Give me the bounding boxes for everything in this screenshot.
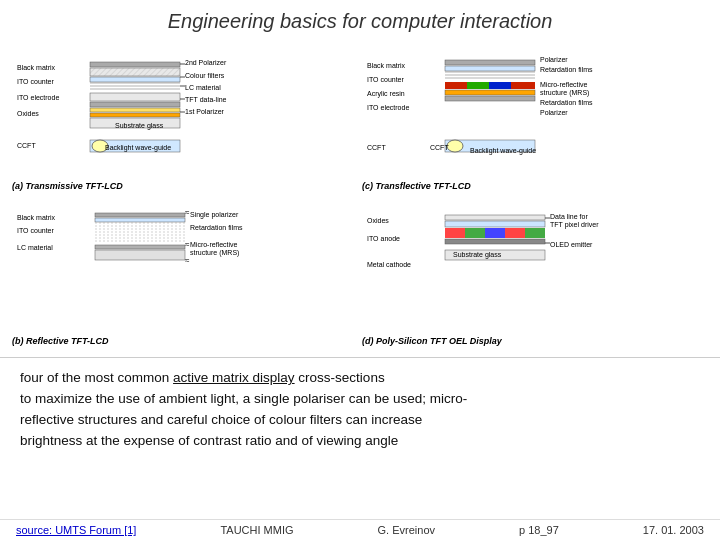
- body-line1-end: cross-sections: [295, 370, 385, 385]
- svg-text:Metal cathode: Metal cathode: [367, 261, 411, 268]
- svg-rect-38: [445, 66, 535, 71]
- svg-text:Single polarizer: Single polarizer: [190, 211, 239, 219]
- page-title: Engineering basics for computer interact…: [0, 0, 720, 38]
- svg-rect-44: [489, 82, 511, 89]
- body-line2: to maximize the use of ambient light, a …: [20, 391, 467, 406]
- svg-rect-14: [90, 108, 180, 112]
- svg-rect-47: [445, 96, 535, 101]
- diagram-c-label: (c) Transflective TFT-LCD: [362, 181, 471, 191]
- body-line1-highlight: active matrix display: [173, 370, 295, 385]
- svg-text:Acrylic resin: Acrylic resin: [367, 90, 405, 98]
- diagram-a-label: (a) Transmissive TFT-LCD: [12, 181, 123, 191]
- svg-rect-13: [90, 102, 180, 107]
- svg-text:Micro-reflective: Micro-reflective: [190, 241, 238, 248]
- svg-text:structure (MRS): structure (MRS): [540, 89, 589, 97]
- body-line4: brightness at the expense of contrast ra…: [20, 433, 398, 448]
- svg-rect-70: [95, 245, 185, 249]
- svg-text:Substrate glass: Substrate glass: [115, 122, 164, 130]
- svg-rect-8: [90, 77, 180, 82]
- footer-source[interactable]: source: UMTS Forum [1]: [16, 524, 136, 536]
- svg-rect-62: [95, 218, 185, 222]
- svg-rect-15: [90, 113, 180, 117]
- svg-rect-61: [95, 213, 185, 217]
- svg-text:structure (MRS): structure (MRS): [190, 249, 239, 257]
- svg-point-49: [447, 140, 463, 152]
- diagram-d-label: (d) Poly-Silicon TFT OEL Display: [362, 336, 502, 346]
- svg-rect-71: [95, 250, 185, 260]
- svg-text:CCFT: CCFT: [367, 144, 386, 151]
- svg-text:TFT pixel driver: TFT pixel driver: [550, 221, 599, 229]
- svg-text:Retardation films: Retardation films: [540, 99, 593, 106]
- svg-text:CCFT: CCFT: [17, 142, 36, 149]
- svg-rect-84: [445, 228, 465, 238]
- svg-text:≈: ≈: [185, 208, 190, 217]
- svg-text:TFT data-line: TFT data-line: [185, 96, 227, 103]
- diagrams-area: Black matrix ITO counter ITO electrode O…: [0, 38, 720, 358]
- svg-rect-88: [525, 228, 545, 238]
- svg-rect-37: [445, 60, 535, 65]
- svg-text:LC material: LC material: [185, 84, 221, 91]
- svg-text:Retardation films: Retardation films: [190, 224, 243, 231]
- diagram-d: Oxides ITO anode Metal cathode: [362, 195, 708, 346]
- svg-text:ITO anode: ITO anode: [367, 235, 400, 242]
- diagrams-container: Black matrix ITO counter ITO electrode O…: [10, 38, 710, 348]
- svg-rect-5: [90, 62, 180, 67]
- svg-rect-7: [90, 68, 180, 76]
- svg-text:Backlight wave-guide: Backlight wave-guide: [470, 147, 536, 155]
- svg-rect-85: [465, 228, 485, 238]
- footer-date: 17. 01. 2003: [643, 524, 704, 536]
- diagram-c: Black matrix ITO counter Acrylic resin I…: [362, 40, 708, 191]
- diagram-b: Black matrix ITO counter LC material: [12, 195, 358, 346]
- svg-rect-45: [511, 82, 535, 89]
- diagram-a: Black matrix ITO counter ITO electrode O…: [12, 40, 358, 191]
- svg-text:OLED emitter: OLED emitter: [550, 241, 593, 248]
- svg-text:ITO counter: ITO counter: [17, 227, 55, 234]
- svg-text:Polarizer: Polarizer: [540, 56, 568, 63]
- svg-text:Polarizer: Polarizer: [540, 109, 568, 116]
- svg-rect-86: [485, 228, 505, 238]
- svg-text:Black matrix: Black matrix: [17, 214, 56, 221]
- svg-rect-89: [445, 239, 545, 244]
- svg-text:LC material: LC material: [17, 244, 53, 251]
- body-line3: reflective structures and careful choice…: [20, 412, 422, 427]
- svg-text:Black matrix: Black matrix: [367, 62, 406, 69]
- svg-text:Black matrix: Black matrix: [17, 64, 56, 71]
- svg-text:Retardation films: Retardation films: [540, 66, 593, 73]
- svg-text:1st Polarizer: 1st Polarizer: [185, 108, 225, 115]
- svg-text:Oxides: Oxides: [367, 217, 389, 224]
- svg-text:Micro-reflective: Micro-reflective: [540, 81, 588, 88]
- footer-institution: TAUCHI MMIG: [220, 524, 293, 536]
- svg-text:ITO counter: ITO counter: [367, 76, 405, 83]
- svg-rect-43: [467, 82, 489, 89]
- footer: source: UMTS Forum [1] TAUCHI MMIG G. Ev…: [0, 519, 720, 540]
- svg-text:Data line for: Data line for: [550, 213, 588, 220]
- body-line1-start: four of the most common: [20, 370, 173, 385]
- svg-text:Substrate glass: Substrate glass: [453, 251, 502, 259]
- svg-text:ITO counter: ITO counter: [17, 78, 55, 85]
- svg-rect-87: [505, 228, 525, 238]
- svg-text:Oxides: Oxides: [17, 110, 39, 117]
- svg-rect-83: [445, 221, 545, 227]
- svg-rect-12: [90, 93, 180, 101]
- svg-rect-82: [445, 215, 545, 220]
- svg-text:≈: ≈: [185, 240, 190, 249]
- footer-author: G. Evreinov: [378, 524, 435, 536]
- diagram-b-label: (b) Reflective TFT-LCD: [12, 336, 109, 346]
- svg-text:2nd Polarizer: 2nd Polarizer: [185, 59, 227, 66]
- svg-text:ITO electrode: ITO electrode: [17, 94, 59, 101]
- svg-text:Backlight wave-guide: Backlight wave-guide: [105, 144, 171, 152]
- svg-text:ITO electrode: ITO electrode: [367, 104, 409, 111]
- svg-rect-46: [445, 90, 535, 95]
- svg-text:≈: ≈: [185, 256, 190, 265]
- footer-page: p 18_97: [519, 524, 559, 536]
- body-text: four of the most common active matrix di…: [0, 358, 720, 458]
- svg-text:CCFT: CCFT: [430, 144, 449, 151]
- svg-text:Colour filters: Colour filters: [185, 72, 225, 79]
- svg-rect-42: [445, 82, 467, 89]
